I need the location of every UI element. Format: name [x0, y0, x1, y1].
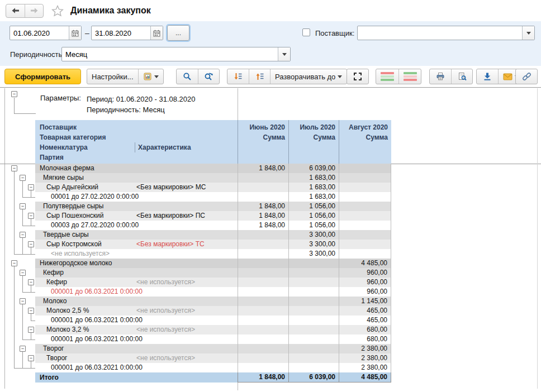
cell-value — [288, 268, 339, 278]
cell-value: 960,00 — [339, 287, 391, 297]
parameter-period: Период: 01.06.2020 - 31.08.2020 — [87, 94, 196, 104]
stripes-green-red-icon — [404, 72, 417, 81]
row-name: 00003 до 27.02.2020 0:00:00 — [51, 221, 139, 230]
chevron-down-icon — [338, 75, 342, 78]
report-variants-button[interactable] — [138, 69, 163, 84]
cell-value — [288, 259, 339, 268]
cell-value: 1 848,00 — [238, 221, 288, 230]
tree-expander[interactable]: − — [11, 91, 17, 97]
date-to-input[interactable]: 31.08.2020 — [92, 26, 150, 40]
printer-icon — [436, 72, 445, 81]
supplier-input[interactable] — [358, 26, 522, 40]
tree-expander[interactable]: − — [20, 298, 26, 304]
tree-expander[interactable]: − — [28, 213, 34, 219]
table-row[interactable]: Кефир<не используется>960,00 — [35, 278, 391, 287]
total-row[interactable]: Итого 1 848,006 039,004 485,00 — [35, 372, 391, 383]
expand-to-button[interactable]: Разворачивать до — [270, 69, 347, 84]
table-row[interactable]: 000001 до 06.03.2021 0:00:00465,00 — [35, 315, 391, 325]
date-to-calendar-button[interactable] — [150, 26, 163, 40]
table-row[interactable]: 00001 до 27.02.2020 0:00:001 683,00 — [35, 192, 391, 202]
parameter-periodicity: Периодичность: Месяц — [87, 104, 196, 115]
table-row[interactable]: Молоко1 145,00 — [35, 297, 391, 306]
collapse-groups-button[interactable] — [249, 69, 270, 84]
row-name: Нижегородское молоко — [40, 259, 112, 268]
back-button[interactable] — [6, 4, 25, 17]
print-button[interactable] — [430, 69, 451, 84]
tree-expander[interactable]: − — [20, 270, 26, 276]
save-button[interactable] — [477, 69, 498, 84]
table-row[interactable]: Твердые сыры3 300,00 — [35, 230, 391, 240]
expand-groups-button[interactable] — [227, 69, 249, 84]
stripes-red-green-icon — [381, 72, 394, 81]
row-name: Молоко — [43, 297, 67, 306]
cell-value — [288, 278, 339, 287]
table-row[interactable]: Мягкие сыры1 683,00 — [35, 173, 391, 183]
tree-expander[interactable]: − — [28, 279, 34, 285]
table-row[interactable]: <не используется>3 300,00 — [35, 249, 391, 259]
date-from-input[interactable]: 01.06.2020 — [10, 26, 69, 40]
tree-expander[interactable]: − — [28, 184, 34, 190]
date-from-calendar-button[interactable] — [69, 26, 81, 40]
tree-expander[interactable]: − — [20, 232, 26, 238]
cell-value: 1 683,00 — [288, 192, 339, 202]
table-row[interactable]: Творог2 380,00 — [35, 344, 391, 353]
period-input[interactable]: Месяц — [62, 47, 278, 61]
tree-expander[interactable]: − — [28, 327, 34, 333]
print-group — [429, 69, 473, 84]
cell-value: 2 380,00 — [339, 344, 391, 353]
favorite-star-icon[interactable] — [51, 5, 64, 17]
tree-expander[interactable]: − — [28, 308, 34, 314]
table-row[interactable]: Сыр Адыгейский<Без маркировки> МС1 683,0… — [35, 183, 391, 192]
header-month-column: Июль 2020Сумма — [288, 120, 339, 164]
table-header: Поставщик Товарная категория Номенклатур… — [35, 120, 391, 164]
table-row[interactable]: 00003 до 27.02.2020 0:00:001 848,001 056… — [35, 221, 391, 230]
tree-expander[interactable]: − — [20, 203, 26, 209]
tree-expander[interactable]: − — [20, 175, 26, 181]
cell-value — [288, 325, 339, 334]
conditional-format-up-button[interactable] — [376, 69, 398, 84]
table-row[interactable]: Полутвердые сыры1 848,001 056,00 — [35, 202, 391, 211]
table-row[interactable]: 000001 до 06.03.2021 0:00:00960,00 — [35, 287, 391, 297]
supplier-checkbox[interactable] — [302, 28, 310, 36]
cell-value — [238, 353, 288, 363]
cell-value: 1 056,00 — [288, 202, 339, 211]
table-row[interactable]: 000001 до 06.03.2021 0:00:002 380,00 — [35, 363, 391, 372]
supplier-dropdown-button[interactable] — [522, 26, 534, 40]
date-range-dash: – — [85, 28, 89, 37]
right-edge-line — [537, 88, 538, 389]
cell-value: 1 056,00 — [288, 221, 339, 230]
table-row[interactable]: Молоко 2,5 %<не используется>465,00 — [35, 306, 391, 315]
conditional-format-down-button[interactable] — [398, 69, 421, 84]
tree-expander[interactable]: − — [28, 355, 34, 361]
table-row[interactable]: Сыр Пошехонский<Без маркировки> ПС1 848,… — [35, 211, 391, 221]
cell-value: 680,00 — [339, 334, 391, 344]
tree-expander[interactable]: − — [28, 241, 34, 247]
settings-button[interactable]: Настройки... — [87, 69, 138, 84]
search-next-button[interactable] — [198, 69, 219, 84]
table-row[interactable]: Молоко 3,2 %<не используется>680,00 — [35, 325, 391, 334]
tree-expander[interactable]: − — [11, 260, 17, 266]
cell-value — [339, 240, 391, 249]
table-row[interactable]: 000001 до 06.03.2021 0:00:00680,00 — [35, 334, 391, 344]
table-row[interactable]: Нижегородское молоко4 485,00 — [35, 259, 391, 268]
get-link-button[interactable] — [516, 69, 537, 84]
print-preview-button[interactable] — [451, 69, 472, 84]
table-row[interactable]: Кефир960,00 — [35, 268, 391, 278]
fullscreen-button[interactable] — [347, 69, 368, 84]
table-row[interactable]: Сыр Костромской<Без маркировки> ТС3 300,… — [35, 240, 391, 249]
header-month-column: Август 2020Сумма — [339, 120, 391, 164]
generate-button[interactable]: Сформировать — [4, 69, 81, 84]
search-button[interactable] — [177, 69, 198, 84]
period-dropdown-button[interactable] — [278, 47, 290, 61]
tree-expander[interactable]: − — [20, 346, 26, 352]
row-name: 000001 до 06.03.2021 0:00:00 — [51, 334, 143, 344]
period-more-button[interactable]: ... — [167, 25, 189, 41]
report-toolbar: Сформировать Настройки... Р — [0, 66, 541, 88]
table-row[interactable]: Творог<не используется>2 380,00 — [35, 353, 391, 363]
table-row[interactable]: Молочная ферма1 848,006 039,00 — [35, 164, 391, 173]
cell-value — [238, 306, 288, 315]
tree-expander[interactable]: − — [11, 165, 17, 171]
forward-button[interactable] — [25, 4, 43, 17]
cell-value — [339, 230, 391, 240]
cell-value: 960,00 — [339, 278, 391, 287]
